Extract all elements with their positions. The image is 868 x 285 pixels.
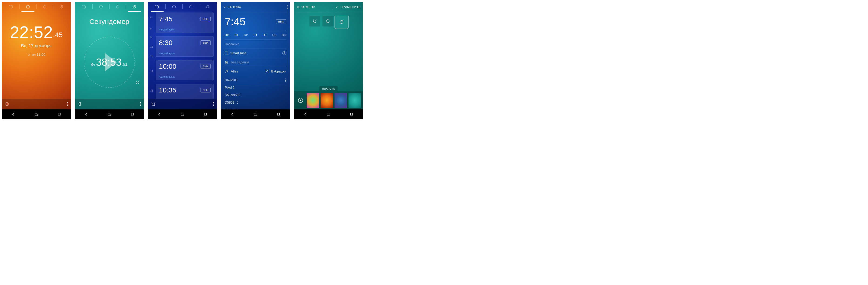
puzzle-icon	[225, 60, 228, 64]
nav-home[interactable]	[253, 112, 257, 116]
alarm-card[interactable]: 10:00 ВЫК Каждый день	[156, 60, 214, 80]
alarm-toggle[interactable]: ВЫК	[276, 19, 286, 24]
tab-alarm[interactable]	[76, 2, 92, 12]
tab-stopwatch[interactable]	[126, 2, 143, 12]
checkbox-icon[interactable]	[225, 51, 228, 55]
nav-home[interactable]	[107, 112, 112, 116]
preview-alarm[interactable]	[309, 16, 320, 27]
nav-home[interactable]	[327, 112, 331, 116]
android-navbar	[75, 109, 144, 119]
task-row[interactable]: Без задания	[225, 58, 286, 67]
alarm-toggle[interactable]: ВЫК	[200, 17, 211, 22]
day-sat[interactable]: СБ	[272, 33, 277, 37]
day-fri[interactable]: ПТ	[262, 33, 267, 37]
alarm-card[interactable]: 8:30 ВЫК Каждый день	[156, 36, 214, 57]
tab-timer[interactable]	[183, 2, 199, 12]
day-thu[interactable]: ЧТ	[253, 33, 257, 37]
add-alarm-button[interactable]	[151, 102, 156, 107]
nav-recent[interactable]	[130, 112, 134, 116]
alarm-toggle[interactable]: ВЫК	[200, 64, 211, 69]
tab-clock[interactable]	[20, 2, 36, 12]
theme-swatch[interactable]	[335, 93, 347, 108]
cloud-section: ОБЛАКО	[225, 76, 286, 84]
top-tabs	[2, 2, 71, 12]
sound-row[interactable]: Atlas Вибрация	[225, 67, 286, 76]
sw-centi: .61	[122, 62, 127, 67]
alarm-toggle[interactable]: ВЫК	[200, 40, 211, 45]
top-tabs	[75, 2, 144, 12]
tab-clock[interactable]	[166, 2, 182, 12]
device-item[interactable]: SM-N950F	[225, 91, 286, 99]
svg-rect-18	[204, 113, 206, 115]
close-icon	[297, 5, 300, 9]
tab-timer[interactable]	[110, 2, 126, 12]
overflow-menu[interactable]	[213, 102, 214, 106]
custom-color-button[interactable]	[296, 96, 305, 105]
nav-recent[interactable]	[276, 112, 281, 116]
preview-stopwatch[interactable]	[336, 16, 348, 28]
nav-back[interactable]	[230, 112, 235, 116]
nav-back[interactable]	[157, 112, 161, 116]
stopwatch-title: Секундомер	[75, 17, 144, 26]
theme-swatch[interactable]	[307, 93, 319, 108]
svg-point-15	[189, 6, 192, 8]
nav-back[interactable]	[11, 112, 16, 116]
weekday-picker: ПН ВТ СР ЧТ ПТ СБ ВС	[225, 30, 286, 40]
apply-button[interactable]: ПРИМЕНИТЬ	[335, 5, 361, 9]
theme-button[interactable]	[5, 102, 10, 107]
svg-point-13	[156, 6, 159, 8]
alarm-time: 10:00	[159, 63, 176, 70]
nav-back[interactable]	[303, 112, 308, 116]
overflow-menu[interactable]	[287, 5, 287, 9]
nav-recent[interactable]	[57, 112, 61, 116]
next-alarm[interactable]: пн 11:00	[27, 52, 45, 57]
svg-point-23	[313, 20, 316, 23]
nav-recent[interactable]	[203, 112, 208, 116]
preview-clock[interactable]	[322, 16, 333, 27]
overflow-menu[interactable]	[140, 102, 141, 106]
day-sun[interactable]: ВС	[282, 33, 286, 37]
name-field[interactable]: Название	[225, 40, 286, 49]
nav-home[interactable]	[34, 112, 38, 116]
lap-button[interactable]	[135, 80, 140, 85]
device-item[interactable]: D5803	[225, 99, 286, 106]
tab-clock[interactable]	[93, 2, 109, 12]
theme-swatch[interactable]	[348, 93, 361, 108]
svg-point-7	[83, 6, 86, 8]
theme-swatch[interactable]	[320, 93, 333, 108]
overflow-menu[interactable]	[67, 102, 68, 106]
theme-category-tab[interactable]: ПЛАНЕТА	[319, 86, 338, 91]
time-hhmm: 22:52	[10, 23, 53, 42]
svg-point-9	[116, 6, 119, 8]
edit-time-row[interactable]: 7:45 ВЫК	[225, 14, 286, 30]
hourglass-button[interactable]	[78, 102, 83, 107]
tab-stopwatch[interactable]	[53, 2, 70, 12]
alarm-card[interactable]: 10:35 ВЫК	[156, 84, 214, 99]
android-navbar	[221, 109, 290, 119]
tab-timer[interactable]	[36, 2, 53, 12]
checkbox-icon	[266, 70, 269, 73]
smart-rise-row[interactable]: Smart Rise ?	[225, 49, 286, 58]
alarm-time: 7:45	[159, 15, 173, 23]
cloud-overflow[interactable]	[285, 78, 286, 82]
vibration-toggle[interactable]: Вибрация	[266, 69, 286, 73]
preview-chips	[294, 12, 363, 32]
tab-alarm[interactable]	[3, 2, 19, 12]
day-wed[interactable]: СР	[244, 33, 248, 37]
alarm-toggle[interactable]: ВЫК	[200, 88, 211, 93]
nav-home[interactable]	[180, 112, 185, 116]
tab-stopwatch[interactable]	[199, 2, 216, 12]
nav-back[interactable]	[84, 112, 88, 116]
svg-rect-27	[350, 113, 352, 115]
done-button[interactable]: ГОТОВО	[223, 5, 241, 9]
device-item[interactable]: Samsung	[225, 106, 286, 109]
tab-alarm[interactable]	[149, 2, 165, 12]
alarm-card[interactable]: 7:45 ВЫК Каждый день	[156, 12, 214, 33]
day-mon[interactable]: ПН	[225, 33, 229, 37]
day-tue[interactable]: ВТ	[235, 33, 239, 37]
dial[interactable]: 6ч 38:53 .61	[84, 37, 135, 88]
help-icon[interactable]: ?	[282, 51, 286, 55]
nav-recent[interactable]	[349, 112, 353, 116]
cancel-button[interactable]: ОТМЕНА	[297, 5, 315, 9]
device-item[interactable]: Pixel 2	[225, 84, 286, 91]
